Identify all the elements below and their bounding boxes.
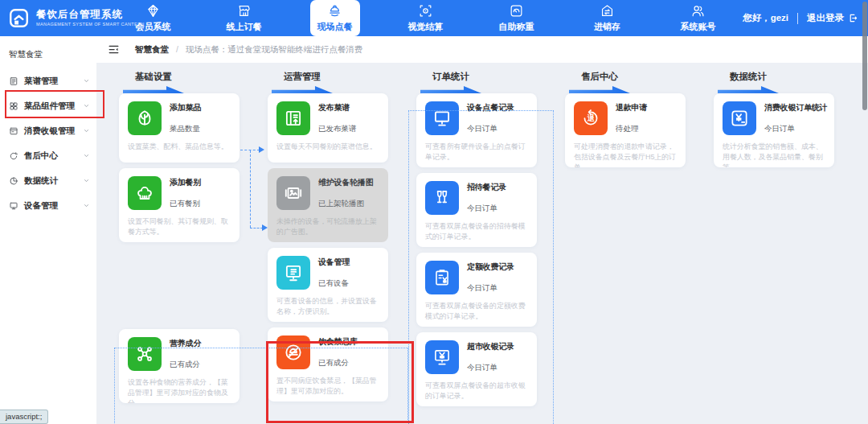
tab-label: 自助称重	[499, 21, 534, 33]
breadcrumb-bar: 智慧食堂 / 现场点餐：通过食堂现场智能终端进行点餐消费	[96, 36, 868, 63]
header-tab-member-diamond[interactable]: 会员系统	[108, 0, 199, 36]
card-device-order[interactable]: 设备点餐记录今日订单可查看所有硬件设备上的点餐订单记录。	[416, 93, 537, 167]
sidebar-item-recipe[interactable]: 菜谱管理	[0, 68, 96, 93]
header-tab-online-order[interactable]: 线上订餐	[199, 0, 289, 36]
sidebar-item-dish-component[interactable]: 菜品组件管理	[0, 93, 96, 118]
connector-arrowhead	[259, 146, 264, 153]
diet-taboo-icon	[276, 335, 310, 369]
card-stat-label: 今日订单	[467, 363, 514, 373]
section-title: 基础设置	[117, 71, 190, 82]
section-title: 售后中心	[563, 71, 636, 82]
card-description: 可处理消费者的退款申请记录，包括设备点餐及云餐厅H5上的订单...	[574, 142, 677, 167]
refund-icon: 退	[574, 101, 608, 135]
header-nav-tabs: 会员系统线上订餐现场点餐视觉结算自助称重进销存系统账号	[108, 0, 743, 36]
card-add-dish[interactable]: 添加菜品菜品数量设置菜类、配料、菜品信息等。	[119, 93, 240, 163]
add-meal-icon	[128, 176, 162, 210]
sidebar-item-aftersale[interactable]: 售后中心	[0, 143, 96, 168]
card-description: 可查看双屏点餐设备的招待餐模式的订单记录。	[425, 221, 528, 242]
chevron-down-icon	[83, 177, 90, 184]
top-header-bar: 餐饮后台管理系统 MANAGEMENT SYSTEM OF SMART CANT…	[0, 0, 868, 36]
card-stat-label: 已有设备	[318, 278, 350, 289]
section-arrow-decoration	[420, 86, 481, 93]
tab-label: 线上订餐	[227, 21, 262, 33]
recipe-icon	[9, 76, 18, 86]
aftersale-icon	[9, 151, 18, 161]
connector-dashed-line	[250, 228, 263, 228]
cashier-icon	[9, 126, 18, 136]
card-market-cashier[interactable]: 超市收银记录今日订单可查看双屏点餐设备的超市收银的订单记录。	[416, 332, 537, 406]
card-order-statistics[interactable]: 消费收银订单统计今日订单统计分析食堂的销售额、成本、用餐人数，及各菜品销量、餐别…	[714, 93, 834, 167]
sidebar-item-label: 菜谱管理	[24, 76, 83, 87]
device-icon	[9, 201, 18, 211]
card-description: 可查看设备的信息，并设置设备名称，方便识别。	[276, 296, 379, 317]
sidebar-item-label: 设备管理	[24, 200, 83, 212]
fixed-fee-icon	[425, 261, 459, 294]
card-stat-label: 菜品数量	[170, 124, 201, 134]
card-title: 定额收费记录	[467, 261, 514, 273]
card-device-manage[interactable]: 设备管理已有设备可查看设备的信息，并设置设备名称，方便识别。	[268, 248, 388, 322]
page-scrollbar	[862, 0, 868, 424]
section-arrow-decoration	[272, 86, 333, 93]
card-title: 消费收银订单统计	[764, 102, 825, 113]
header-tab-onsite-order[interactable]: 现场点餐	[289, 0, 380, 36]
canteen-logo-icon	[7, 6, 31, 30]
header-tab-self-weigh[interactable]: 自助称重	[471, 0, 562, 36]
card-stat-label: 今日订单	[764, 124, 825, 134]
header-tab-inventory[interactable]: 进销存	[562, 0, 653, 36]
card-diet-taboo[interactable]: 饮食禁忌库已有成分置不同病症饮食禁忌，【菜品管理】里可添加对应的。	[268, 327, 388, 401]
card-refund[interactable]: 退退款申请待处理可处理消费者的退款申请记录，包括设备点餐及云餐厅H5上的订单..…	[565, 93, 686, 167]
card-add-meal[interactable]: 添加餐别已有餐别设置不同餐别、其订餐规则、取餐方式等。	[119, 168, 240, 242]
header-tab-system-account[interactable]: 系统账号	[653, 0, 743, 36]
device-order-icon	[425, 101, 459, 135]
card-description: 设置各种食物的营养成分，【菜品管理】里可添加对应的食物及分...	[128, 377, 231, 403]
section-arrow-decoration	[123, 86, 184, 93]
add-dish-icon	[128, 101, 162, 135]
tab-label: 系统账号	[681, 21, 716, 33]
module-column-1: 运营管理发布菜谱已发布菜谱设置每天不同餐别的菜谱信息。维护设备轮播图已上架轮播图…	[261, 71, 410, 407]
card-stat-label: 今日订单	[467, 204, 506, 214]
card-nutrition[interactable]: 营养成分已有成分设置各种食物的营养成分，【菜品管理】里可添加对应的食物及分...	[119, 329, 240, 403]
card-carousel[interactable]: 维护设备轮播图已上架轮播图未操作的设备，可轮流播放上架的广告图。	[268, 168, 388, 242]
inventory-icon	[600, 3, 615, 19]
module-column-2: 订单统计设备点餐记录今日订单可查看所有硬件设备上的点餐订单记录。招待餐记录今日订…	[410, 71, 559, 412]
card-title: 设备管理	[318, 257, 350, 268]
card-description: 统计分析食堂的销售额、成本、用餐人数，及各菜品销量、餐别等...	[723, 142, 825, 167]
sidebar-item-label: 消费收银管理	[24, 126, 83, 137]
card-description: 置不同病症饮食禁忌，【菜品管理】里可添加对应的。	[276, 376, 379, 397]
sidebar-collapse-icon[interactable]	[108, 43, 120, 56]
card-publish-menu[interactable]: 发布菜谱已发布菜谱设置每天不同餐别的菜谱信息。	[268, 93, 388, 163]
card-stat-label: 已上架轮播图	[318, 199, 374, 209]
card-title: 超市收银记录	[467, 341, 514, 352]
logout-button[interactable]: 退出登录	[807, 12, 858, 24]
sidebar-item-statistics[interactable]: 数据统计	[0, 168, 96, 193]
card-reception-meal[interactable]: 招待餐记录今日订单可查看双屏点餐设备的招待餐模式的订单记录。	[416, 173, 537, 247]
tab-label: 进销存	[594, 21, 620, 33]
system-account-icon	[690, 3, 706, 19]
logout-icon	[848, 13, 858, 23]
card-stat-label: 已有成分	[170, 360, 201, 370]
chevron-down-icon	[83, 152, 90, 159]
sidebar: 智慧食堂 菜谱管理菜品组件管理消费收银管理售后中心数据统计设备管理	[0, 36, 96, 424]
breadcrumb-description: 现场点餐：通过食堂现场智能终端进行点餐消费	[186, 44, 363, 54]
sidebar-item-label: 菜品组件管理	[24, 101, 83, 112]
chevron-down-icon	[83, 202, 90, 209]
card-title: 添加菜品	[170, 102, 201, 113]
card-stat-label: 今日订单	[467, 283, 514, 294]
carousel-icon	[276, 176, 310, 210]
section-title: 运营管理	[266, 71, 338, 82]
sidebar-item-cashier[interactable]: 消费收银管理	[0, 118, 96, 143]
scrollbar-thumb[interactable]	[862, 2, 867, 110]
card-fixed-fee[interactable]: 定额收费记录今日订单可查看双屏点餐设备的定额收费模式的订单记录。	[416, 253, 537, 327]
card-title: 招待餐记录	[467, 182, 506, 193]
market-cashier-icon	[425, 340, 459, 374]
statistics-icon	[9, 176, 18, 186]
card-title: 维护设备轮播图	[318, 177, 374, 188]
header-tab-vision-checkout[interactable]: 视觉结算	[380, 0, 471, 36]
card-stat-label: 待处理	[616, 124, 647, 134]
breadcrumb-root[interactable]: 智慧食堂	[135, 44, 169, 54]
card-title: 饮食禁忌库	[318, 336, 358, 348]
breadcrumb-separator: /	[176, 44, 178, 54]
card-stat-label: 今日订单	[467, 124, 514, 134]
link-status-bubble: javascript:;	[0, 410, 48, 424]
sidebar-item-device[interactable]: 设备管理	[0, 193, 96, 218]
